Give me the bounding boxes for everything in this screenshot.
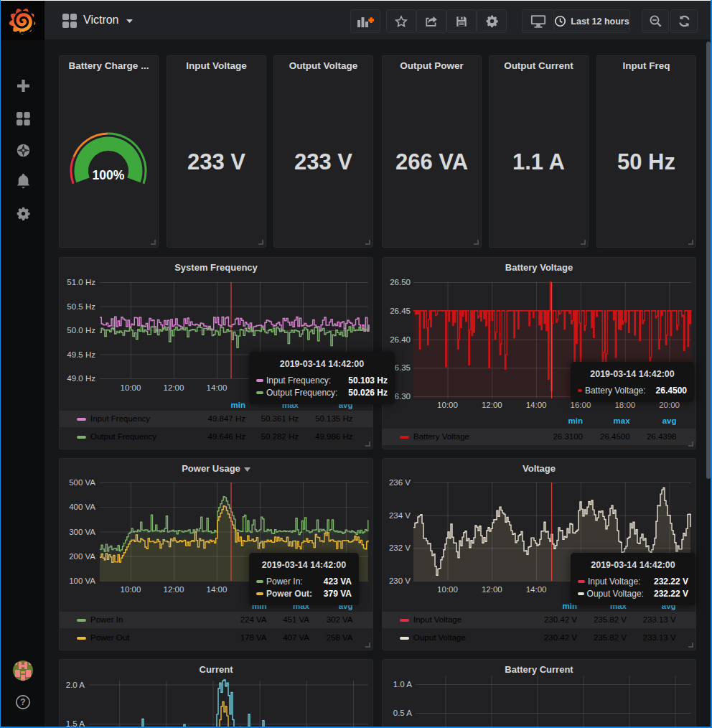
svg-text:300 VA: 300 VA: [69, 528, 95, 536]
svg-text:500 VA: 500 VA: [69, 478, 95, 487]
svg-text:10:00: 10:00: [121, 585, 141, 594]
svg-text:0.5 A: 0.5 A: [393, 709, 413, 717]
svg-text:236 V: 236 V: [389, 478, 411, 487]
svg-text:26.50: 26.50: [390, 278, 411, 286]
svg-text:14:00: 14:00: [526, 401, 547, 409]
svg-text:10:00: 10:00: [121, 383, 141, 392]
svg-text:234 V: 234 V: [389, 511, 411, 520]
svg-text:12:00: 12:00: [164, 585, 184, 594]
svg-text:10:00: 10:00: [437, 585, 458, 594]
svg-text:10:00: 10:00: [437, 401, 458, 409]
svg-text:230 V: 230 V: [389, 577, 411, 585]
svg-text:26.45: 26.45: [390, 307, 411, 315]
svg-text:100 VA: 100 VA: [69, 577, 95, 585]
svg-text:200 VA: 200 VA: [69, 552, 95, 561]
svg-text:14:00: 14:00: [207, 585, 228, 594]
svg-text:50.5 Hz: 50.5 Hz: [67, 302, 95, 311]
svg-text:2.0 A: 2.0 A: [66, 681, 85, 689]
svg-text:12:00: 12:00: [482, 401, 502, 409]
svg-text:51.0 Hz: 51.0 Hz: [67, 278, 95, 286]
svg-text:49.0 Hz: 49.0 Hz: [67, 374, 95, 383]
svg-text:49.5 Hz: 49.5 Hz: [67, 350, 95, 359]
svg-text:12:00: 12:00: [482, 585, 502, 594]
svg-text:50.0 Hz: 50.0 Hz: [67, 326, 95, 335]
svg-text:14:00: 14:00: [207, 383, 228, 392]
svg-text:400 VA: 400 VA: [69, 503, 95, 511]
svg-text:232 V: 232 V: [389, 543, 411, 552]
svg-text:1.0 A: 1.0 A: [393, 680, 413, 689]
svg-text:14:00: 14:00: [526, 585, 547, 594]
svg-text:26.40: 26.40: [390, 335, 411, 344]
svg-text:12:00: 12:00: [164, 383, 184, 392]
svg-text:?: ?: [20, 697, 25, 707]
